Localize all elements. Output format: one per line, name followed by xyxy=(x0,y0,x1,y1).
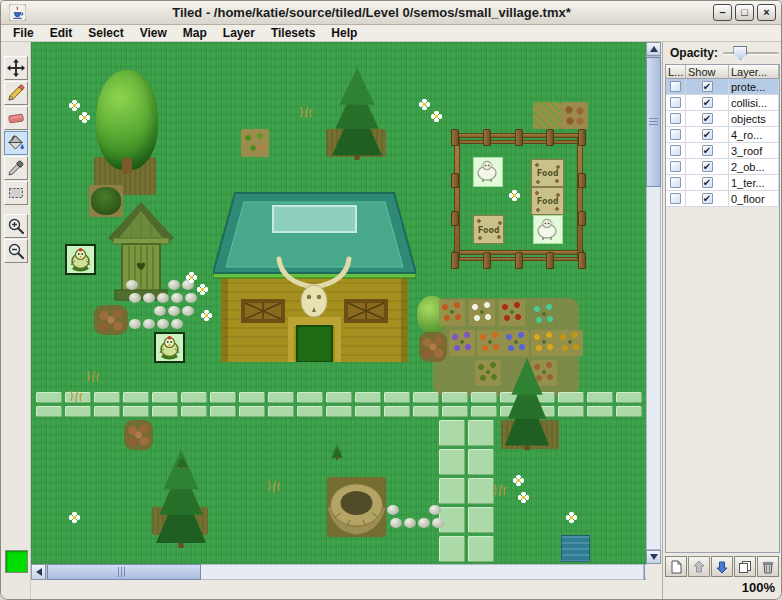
menu-help[interactable]: Help xyxy=(323,25,365,41)
move-layer-up-button xyxy=(688,556,710,577)
lock-checkbox[interactable] xyxy=(670,81,681,92)
maximize-button[interactable]: □ xyxy=(735,4,754,21)
eraser-tool-button[interactable] xyxy=(4,106,28,130)
opacity-slider-track[interactable] xyxy=(723,52,779,55)
map-leafy-tree xyxy=(96,70,158,170)
move-layer-down-button[interactable] xyxy=(711,556,733,577)
lock-checkbox[interactable] xyxy=(670,161,681,172)
vertical-scrollbar[interactable] xyxy=(646,42,661,564)
map-mushroom-patch xyxy=(419,332,447,362)
zoom-in-tool-button[interactable] xyxy=(4,214,28,238)
fence-post xyxy=(483,129,491,146)
eyedropper-tool-button[interactable] xyxy=(4,156,28,180)
map-flower xyxy=(201,310,212,321)
show-checkbox[interactable]: ✔ xyxy=(702,97,713,108)
map-pebble xyxy=(129,319,141,329)
show-cell: ✔ xyxy=(686,111,729,126)
close-button[interactable]: × xyxy=(757,4,776,21)
opacity-slider-thumb[interactable] xyxy=(733,46,747,60)
minimize-button[interactable]: – xyxy=(713,4,732,21)
layer-row[interactable]: ✔prote... xyxy=(666,79,779,95)
map-pebble xyxy=(143,319,155,329)
map-path-tile xyxy=(413,406,439,417)
opacity-row: Opacity: xyxy=(663,44,782,62)
marquee-tool-button[interactable] xyxy=(4,181,28,205)
show-checkbox[interactable]: ✔ xyxy=(702,177,713,188)
map-path-tile xyxy=(297,392,323,403)
show-checkbox[interactable]: ✔ xyxy=(702,113,713,124)
layer-row[interactable]: ✔objects xyxy=(666,111,779,127)
map-flower xyxy=(419,99,430,110)
show-checkbox[interactable]: ✔ xyxy=(702,81,713,92)
tree-trunk xyxy=(122,158,132,174)
left-arrow-icon xyxy=(36,568,42,576)
lock-cell xyxy=(666,79,686,94)
map-flower xyxy=(431,111,442,122)
menu-layer[interactable]: Layer xyxy=(215,25,263,41)
duplicate-layer-button[interactable] xyxy=(734,556,756,577)
map-grass-sprout xyxy=(493,482,507,500)
layer-row[interactable]: ✔2_ob... xyxy=(666,159,779,175)
show-checkbox[interactable]: ✔ xyxy=(702,129,713,140)
show-checkbox[interactable]: ✔ xyxy=(702,145,713,156)
add-layer-icon xyxy=(669,560,683,574)
lock-cell xyxy=(666,95,686,110)
menu-tilesets[interactable]: Tilesets xyxy=(263,25,323,41)
add-layer-button[interactable] xyxy=(665,556,687,577)
map-path-tile xyxy=(239,406,265,417)
menu-edit[interactable]: Edit xyxy=(42,25,81,41)
lock-checkbox[interactable] xyxy=(670,193,681,204)
map-pebble xyxy=(129,293,141,303)
layer-row[interactable]: ✔1_ter... xyxy=(666,175,779,191)
lock-checkbox[interactable] xyxy=(670,113,681,124)
eraser-icon xyxy=(7,109,25,127)
map-pebble xyxy=(432,518,444,528)
lock-checkbox[interactable] xyxy=(670,97,681,108)
fill-tool-button[interactable] xyxy=(4,131,28,155)
map-pine-tree xyxy=(504,358,550,450)
menu-view[interactable]: View xyxy=(132,25,175,41)
map-pebble xyxy=(171,319,183,329)
menu-file[interactable]: File xyxy=(5,25,42,41)
scroll-down-button[interactable] xyxy=(646,550,661,564)
menu-map[interactable]: Map xyxy=(175,25,215,41)
layer-row[interactable]: ✔0_floor xyxy=(666,191,779,207)
map-flowerbed-tile xyxy=(475,360,501,386)
move-tool-button[interactable] xyxy=(4,56,28,80)
map-path-tile xyxy=(558,392,584,403)
tool-buttons xyxy=(1,56,30,263)
map-sheep-tile xyxy=(533,215,563,244)
delete-layer-button[interactable] xyxy=(757,556,779,577)
menu-select[interactable]: Select xyxy=(80,25,131,41)
lock-checkbox[interactable] xyxy=(670,145,681,156)
layer-row[interactable]: ✔3_roof xyxy=(666,143,779,159)
scrollbar-thumb[interactable] xyxy=(47,564,201,580)
toolbar-drag-handle[interactable] xyxy=(7,46,25,53)
fence-rail xyxy=(577,137,583,260)
layer-row[interactable]: ✔4_ro... xyxy=(666,127,779,143)
map-path-tile xyxy=(468,536,494,562)
lock-cell xyxy=(666,127,686,142)
horizontal-scrollbar[interactable] xyxy=(31,564,659,580)
lock-checkbox[interactable] xyxy=(670,177,681,188)
show-checkbox[interactable]: ✔ xyxy=(702,161,713,172)
map-flower xyxy=(69,100,80,111)
opacity-slider[interactable] xyxy=(723,45,779,61)
lock-cell xyxy=(666,111,686,126)
scroll-left-button[interactable] xyxy=(31,564,46,580)
map-path-tile xyxy=(413,392,439,403)
pencil-tool-button[interactable] xyxy=(4,81,28,105)
map-pebble xyxy=(126,280,138,290)
map-canvas[interactable]: FoodFoodFood xyxy=(31,42,646,564)
map-flower xyxy=(69,512,80,523)
zoom-out-tool-button[interactable] xyxy=(4,239,28,263)
map-pine-seedling xyxy=(176,453,188,473)
show-checkbox[interactable]: ✔ xyxy=(702,193,713,204)
map-greens-patch xyxy=(533,102,561,129)
scroll-up-button[interactable] xyxy=(646,42,661,56)
layer-name: 4_ro... xyxy=(729,127,779,142)
lock-checkbox[interactable] xyxy=(670,129,681,140)
scrollbar-thumb[interactable] xyxy=(646,57,661,187)
layer-row[interactable]: ✔collisi... xyxy=(666,95,779,111)
map-flowerbed-tile xyxy=(469,300,495,326)
